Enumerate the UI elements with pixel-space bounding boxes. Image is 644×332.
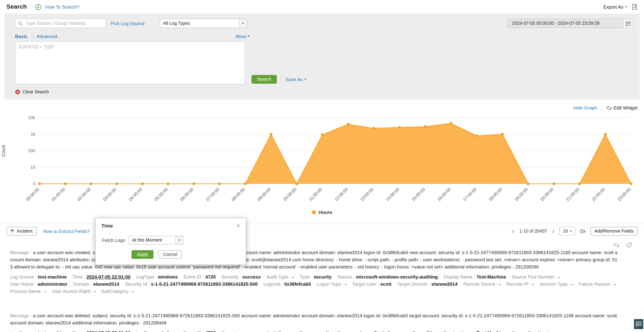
how-to-search-link[interactable]: How To Search? xyxy=(45,4,79,9)
more-dropdown[interactable]: More ▾ xyxy=(236,34,250,39)
search-panel: Pick Log Source All Log Types ▾ 2024-07-… xyxy=(4,14,640,99)
pagination-label: 1-10 of 20437 xyxy=(520,229,547,234)
svg-text:10k: 10k xyxy=(28,115,36,120)
log-field-source: Source : microsoft-windows-security-audi… xyxy=(337,330,438,332)
field-value: - xyxy=(345,281,346,287)
search-panel-row1: Pick Log Source All Log Types ▾ 2024-07-… xyxy=(11,19,633,28)
calendar-icon xyxy=(626,21,630,26)
prev-page-button[interactable]: ‹ xyxy=(512,228,515,234)
field-value: - xyxy=(44,289,46,294)
incident-button[interactable]: Incident xyxy=(6,227,37,235)
fetch-logs-select[interactable]: At this Moment ▾ xyxy=(129,236,184,244)
svg-text:16:00:00: 16:00:00 xyxy=(436,187,452,202)
tab-advanced[interactable]: Advanced xyxy=(36,34,57,39)
page-size-value: 10 xyxy=(563,229,568,234)
log-field-event-id: Event ID : 4720 xyxy=(184,274,216,281)
next-page-button[interactable]: › xyxy=(552,228,555,234)
caret-down-icon: ▾ xyxy=(570,229,572,233)
chevron-down-icon: ▾ xyxy=(175,236,183,244)
log-type-select[interactable]: All Log Types ▾ xyxy=(160,19,247,28)
log-field-session-type: Session Type : - xyxy=(540,281,573,288)
log-field-target-user: Target User : scott xyxy=(352,281,391,288)
field-value: test-machine xyxy=(38,330,67,332)
fetch-logs-label: Fetch Logs xyxy=(102,237,125,243)
source-search-box[interactable] xyxy=(15,19,106,28)
time-value-link[interactable]: 2024-07-05 22:01:00 xyxy=(86,274,130,280)
divider xyxy=(602,105,602,110)
field-value: security xyxy=(314,274,332,280)
log-field-event-id: Event ID : 4726 xyxy=(184,330,216,332)
edit-widget-button[interactable]: Edit Widget xyxy=(606,105,638,111)
apply-button[interactable]: Apply xyxy=(132,250,154,259)
svg-text:11:00:00: 11:00:00 xyxy=(308,187,323,202)
log-field-display-name: Display Name : Test-Machine xyxy=(444,330,506,332)
log-field-security-id: Security Id : s-1-5-21-2477490969-972611… xyxy=(125,281,258,288)
log-field-user-name: User Name : administrator xyxy=(10,281,68,288)
log-field-audit-type: Audit Type : - xyxy=(266,274,294,281)
log-field-time: Time : 2024-07-05 22:01:00 xyxy=(72,330,130,332)
tag-icon[interactable] xyxy=(626,243,632,249)
sort-time-icon[interactable] xyxy=(580,228,586,234)
add-remove-fields-button[interactable]: Add/Remove Fields xyxy=(590,227,638,235)
svg-text:15:00:00: 15:00:00 xyxy=(410,187,426,202)
source-input[interactable] xyxy=(25,20,102,26)
log-field-logtype: LogType : windows xyxy=(136,274,178,281)
svg-text:02:00:00: 02:00:00 xyxy=(76,187,92,202)
area-chart: 0101001k10k00:00:0001:00:0002:00:0003:00… xyxy=(0,113,644,208)
date-range: 2024-07-05 00:00:00 - 2024-07-05 23:59:5… xyxy=(508,19,633,28)
log-field-domain: Domain : elanew2014 xyxy=(73,281,119,288)
log-field-type: Type : security xyxy=(300,274,332,281)
caret-down-icon: ▾ xyxy=(625,5,627,8)
field-value: windows xyxy=(158,330,178,332)
field-value: elanew2014 xyxy=(93,281,119,287)
svg-text:00:00:00: 00:00:00 xyxy=(25,187,40,202)
log-fields: Log Source : test-machineTime : 2024-07-… xyxy=(10,330,634,332)
svg-text:05:00:00: 05:00:00 xyxy=(154,187,169,202)
search-tabs: BasicAdvanced xyxy=(15,34,57,39)
svg-text:13:00:00: 13:00:00 xyxy=(359,187,374,202)
export-as-button[interactable]: Export As ▾ xyxy=(604,4,627,9)
log-field-type: Type : security xyxy=(300,330,332,332)
search-button[interactable]: Search xyxy=(252,75,276,84)
time-modal: Time × Fetch Logs At this Moment ▾ Apply… xyxy=(95,218,246,265)
date-range-value[interactable]: 2024-07-05 00:00:00 - 2024-07-05 23:59:5… xyxy=(508,19,623,28)
save-as-dropdown[interactable]: Save As ▾ xyxy=(286,77,306,82)
divider xyxy=(32,34,32,39)
time-modal-footer: Apply Cancel xyxy=(96,248,246,265)
feedback-chat-icon[interactable] xyxy=(634,319,643,329)
svg-text:01:00:00: 01:00:00 xyxy=(51,187,66,202)
extract-fields-link[interactable]: How to Extract Fields? xyxy=(43,228,90,234)
close-icon[interactable]: × xyxy=(236,222,240,229)
export-file-icon[interactable] xyxy=(632,4,638,10)
query-row: Search Save As ▾ xyxy=(15,41,633,84)
clear-search-button[interactable]: Clear Search xyxy=(15,89,633,94)
clear-icon xyxy=(15,89,20,94)
log-type-selected-value: All Log Types xyxy=(160,19,239,28)
field-value: - xyxy=(532,281,534,287)
field-value: - xyxy=(558,274,560,280)
svg-text:17:00:00: 17:00:00 xyxy=(462,187,478,202)
tab-basic[interactable]: Basic xyxy=(15,34,28,39)
play-video-icon[interactable] xyxy=(35,4,41,10)
time-value-link[interactable]: 2024-07-05 22:01:00 xyxy=(86,330,130,332)
query-input[interactable] xyxy=(15,41,245,84)
field-value: - xyxy=(94,289,96,294)
caret-down-icon: ▾ xyxy=(304,78,306,81)
log-field-display-name: Display Name : Test-Machine xyxy=(444,274,506,281)
more-label: More xyxy=(236,34,246,39)
extract-field-icon[interactable] xyxy=(614,243,620,249)
pick-log-source-link[interactable]: Pick Log Source xyxy=(111,21,145,26)
topbar-right: Export As ▾ xyxy=(604,4,638,10)
cancel-button[interactable]: Cancel xyxy=(159,250,182,259)
page-size-select[interactable]: 10 ▾ xyxy=(559,227,575,235)
svg-text:09:00:00: 09:00:00 xyxy=(256,187,272,202)
log-message: Message : a user account was deleted. su… xyxy=(10,312,634,327)
search-icon xyxy=(18,21,23,26)
calendar-button[interactable] xyxy=(623,19,633,28)
log-field-time: Time : 2024-07-05 22:01:00 xyxy=(72,274,130,281)
hide-graph-link[interactable]: Hide Graph xyxy=(573,105,597,111)
log-field-source-port-number: Source Port Number : - xyxy=(512,274,560,281)
field-value: 4726 xyxy=(206,330,216,332)
svg-text:08:00:00: 08:00:00 xyxy=(230,187,246,202)
svg-text:0: 0 xyxy=(33,181,35,186)
